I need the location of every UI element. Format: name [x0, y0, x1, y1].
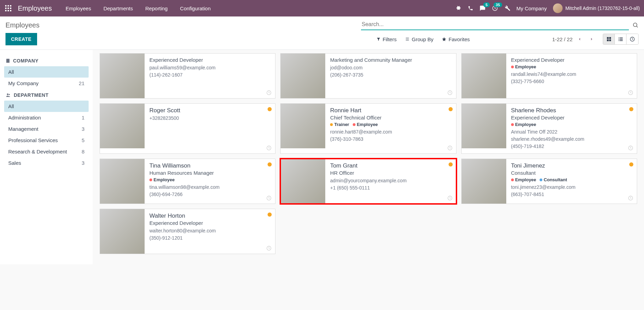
user-menu[interactable]: Mitchell Admin (17320762-15-0-all) [553, 3, 640, 13]
employee-card[interactable]: Sharlene RhodesExperienced DeveloperEmpl… [461, 103, 637, 154]
activity-view-button[interactable] [626, 34, 638, 44]
apps-grid-icon[interactable] [4, 4, 12, 12]
employee-phone: +1 (650) 555-0111 [330, 184, 451, 192]
employee-card[interactable]: Experienced DeveloperEmployeerandall.lew… [461, 53, 637, 99]
search-input[interactable] [361, 20, 629, 29]
employee-email: tina.williamson98@example.com [149, 184, 270, 191]
employee-card-body: Toni JimenezConsultantEmployeeConsultant… [506, 159, 637, 204]
menu-configuration[interactable]: Configuration [180, 5, 211, 11]
employee-card[interactable]: Tom GrantHR Officeradmin@yourcompany.exa… [280, 159, 456, 204]
groupby-button[interactable]: Group By [405, 36, 433, 42]
sidebar-item-label: Research & Development [8, 149, 67, 154]
sidebar-item-label: Administration [8, 115, 41, 120]
sidebar-item-count: 5 [82, 137, 84, 143]
employee-name: Roger Scott [149, 107, 270, 114]
employee-card[interactable]: Marketing and Community Managerjod@odoo.… [280, 53, 456, 99]
svg-rect-12 [406, 39, 409, 39]
employee-extra: Annual Time Off 2022 [511, 128, 632, 136]
kanban-view-button[interactable] [603, 34, 615, 44]
tag: Employee [511, 122, 536, 127]
employee-role: Experienced Developer [149, 220, 270, 226]
employee-role: HR Officer [330, 170, 451, 176]
control-bar: CREATE Filters Group By Favorites 1-22 /… [0, 30, 644, 50]
activity-icon[interactable]: 35 [492, 5, 498, 11]
company-switcher[interactable]: My Company [517, 5, 547, 11]
sidebar-item[interactable]: All [4, 101, 89, 112]
employee-role: Consultant [511, 170, 632, 176]
employee-tags: EmployeeConsultant [511, 177, 632, 182]
tools-icon[interactable] [504, 5, 510, 11]
pager-next[interactable] [587, 35, 596, 43]
employee-role: Chief Technical Officer [330, 115, 451, 120]
sidebar-item-count: 3 [82, 160, 84, 166]
svg-rect-1 [8, 5, 9, 7]
list-view-button[interactable] [615, 34, 626, 44]
status-dot-icon [629, 107, 633, 111]
employee-phone: (360)-694-7266 [149, 191, 270, 198]
tag: Employee [511, 177, 536, 182]
sidebar-item[interactable]: Professional Services5 [4, 135, 89, 146]
svg-rect-6 [5, 10, 7, 11]
employee-card[interactable]: Walter HortonExperienced Developerwalter… [100, 209, 275, 254]
clock-icon [266, 145, 272, 151]
bug-icon[interactable] [455, 5, 462, 11]
sidebar-item[interactable]: Sales3 [4, 157, 89, 169]
sidebar-item[interactable]: My Company21 [4, 78, 89, 89]
sidebar-item-label: My Company [8, 80, 38, 86]
filters-button[interactable]: Filters [376, 36, 397, 42]
list-icon [405, 37, 410, 41]
employee-card[interactable]: Tina WilliamsonHuman Resources ManagerEm… [100, 159, 275, 204]
employee-phone: (350)-912-1201 [149, 234, 270, 242]
svg-rect-22 [619, 40, 619, 41]
pager-prev[interactable] [575, 35, 584, 43]
main: COMPANY AllMy Company21 DEPARTMENT AllAd… [0, 50, 644, 264]
phone-icon[interactable] [468, 5, 473, 11]
employee-phone: (332)-775-6660 [511, 78, 632, 85]
clock-icon [266, 90, 272, 95]
menu-employees[interactable]: Employees [66, 5, 91, 11]
tag-dot-icon [511, 66, 514, 68]
employee-name: Toni Jimenez [511, 162, 632, 169]
svg-rect-17 [609, 39, 611, 41]
employee-card[interactable]: Roger Scott+3282823500 [100, 103, 275, 154]
sidebar-item[interactable]: Research & Development8 [4, 146, 89, 157]
sidebar-item[interactable]: All [4, 66, 89, 78]
employee-card-body: Roger Scott+3282823500 [145, 104, 275, 153]
svg-rect-16 [607, 39, 609, 41]
employee-card[interactable]: Ronnie HartChief Technical OfficerTraine… [280, 103, 456, 154]
menu-reporting[interactable]: Reporting [145, 5, 168, 11]
favorites-button[interactable]: Favorites [442, 36, 470, 42]
svg-rect-0 [5, 5, 7, 7]
top-navbar: Employees Employees Departments Reportin… [0, 0, 644, 16]
employee-card[interactable]: Toni JimenezConsultantEmployeeConsultant… [461, 159, 637, 204]
clock-icon [447, 90, 453, 95]
employee-tags: Employee [511, 122, 632, 127]
employee-card[interactable]: Experienced Developerpaul.williams59@exa… [100, 53, 275, 99]
employee-photo [462, 159, 506, 204]
page-title: Employees [5, 21, 39, 29]
sidebar-item-count: 1 [82, 115, 84, 120]
messages-icon[interactable]: 5 [479, 5, 486, 11]
employee-tags: TrainerEmployee [330, 122, 451, 127]
activity-badge: 35 [494, 2, 502, 7]
status-dot-icon [268, 107, 272, 111]
create-button[interactable]: CREATE [5, 33, 37, 45]
menu-departments[interactable]: Departments [103, 5, 133, 11]
employee-name: Tom Grant [330, 162, 451, 169]
clock-icon [630, 36, 635, 42]
sidebar-section-company: COMPANY [5, 58, 87, 64]
sidebar: COMPANY AllMy Company21 DEPARTMENT AllAd… [0, 50, 93, 264]
search-icon[interactable] [632, 22, 639, 28]
status-dot-icon [268, 162, 272, 167]
tag-dot-icon [353, 123, 355, 126]
employee-photo [281, 159, 325, 204]
employee-name: Tina Williamson [149, 162, 270, 169]
employee-phone: (376)-310-7863 [330, 136, 451, 143]
pager: 1-22 / 22 [552, 35, 596, 43]
employee-card-body: Tom GrantHR Officeradmin@yourcompany.exa… [325, 159, 456, 204]
employee-tags: Employee [511, 64, 632, 69]
sidebar-item[interactable]: Management3 [4, 123, 89, 135]
status-dot-icon [449, 107, 453, 111]
sidebar-item[interactable]: Administration1 [4, 112, 89, 123]
funnel-icon [376, 37, 381, 41]
